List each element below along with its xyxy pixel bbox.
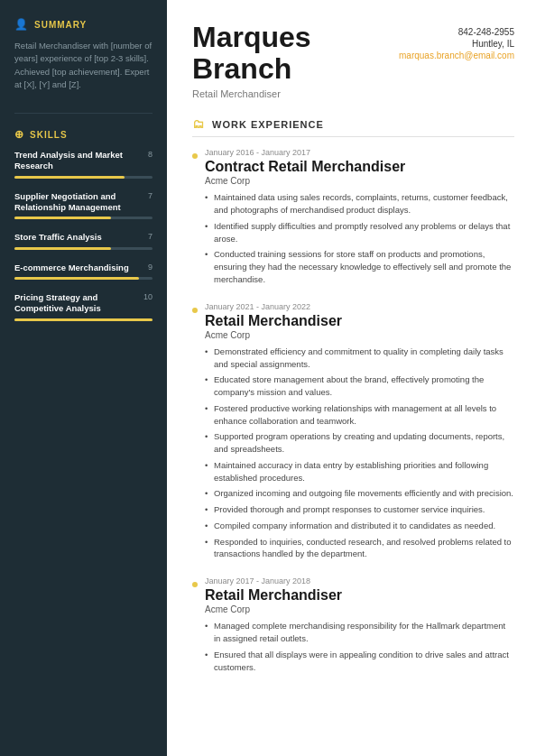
bullet-item: Conducted training sessions for store st…	[205, 248, 514, 285]
job-title-header: Retail Merchandiser	[192, 88, 311, 99]
contact-block: 842-248-2955 Huntley, IL marquas.branch@…	[399, 22, 514, 60]
email-address: marquas.branch@email.com	[399, 51, 514, 60]
skill-score: 7	[148, 232, 152, 241]
job-date: January 2017 - January 2018	[205, 576, 514, 585]
skill-bar-fill	[14, 277, 139, 280]
bullet-item: Supported program operations by creating…	[205, 430, 514, 456]
job-entry: January 2017 - January 2018 Retail Merch…	[192, 576, 514, 673]
jobs-list: January 2016 - January 2017 Contract Ret…	[192, 148, 514, 673]
job-bullets-list: Managed complete merchandising responsib…	[205, 620, 514, 673]
work-experience-title: WORK EXPERIENCE	[212, 119, 324, 130]
skill-item: Supplier Negotiation and Relationship Ma…	[14, 191, 152, 220]
candidate-name: Marques Branch	[192, 22, 311, 85]
skill-bar-fill	[14, 217, 111, 219]
skills-section-header: ⊕ SKILLS	[14, 128, 152, 141]
summary-text: Retail Merchandiser with [number of year…	[14, 40, 152, 91]
skills-title: SKILLS	[30, 130, 68, 140]
location: Huntley, IL	[399, 39, 514, 49]
skill-bar-bg	[14, 176, 152, 179]
bullet-item: Organized incoming and outgoing file mov…	[205, 487, 514, 500]
skill-score: 8	[148, 150, 152, 159]
job-company: Acme Corp	[205, 604, 514, 614]
bullet-item: Identified supply difficulties and promp…	[205, 220, 514, 245]
job-date: January 2021 - January 2022	[205, 302, 514, 311]
job-title: Retail Merchandiser	[205, 313, 514, 329]
skill-bar-bg	[14, 217, 152, 219]
skill-score: 7	[148, 191, 152, 200]
summary-section-header: 👤 SUMMARY	[14, 18, 152, 31]
skill-item: E-commerce Merchandising 9	[14, 263, 152, 280]
bullet-item: Educated store management about the bran…	[205, 373, 514, 399]
skill-item: Pricing Strategy and Competitive Analysi…	[14, 292, 152, 321]
bullet-item: Provided thorough and prompt responses t…	[205, 503, 514, 516]
main-content: Marques Branch Retail Merchandiser 842-2…	[167, 0, 536, 756]
briefcase-icon: 🗂	[192, 117, 205, 131]
skill-name: Pricing Strategy and Competitive Analysi…	[14, 292, 138, 315]
skill-name: Supplier Negotiation and Relationship Ma…	[14, 191, 143, 214]
bullet-item: Responded to inquiries, conducted resear…	[205, 536, 514, 561]
bullet-item: Fostered productive working relationship…	[205, 402, 514, 428]
job-entry: January 2021 - January 2022 Retail Merch…	[192, 302, 514, 560]
job-company: Acme Corp	[205, 176, 514, 186]
skill-bar-bg	[14, 247, 152, 250]
name-block: Marques Branch Retail Merchandiser	[192, 22, 311, 99]
job-bullets-list: Demonstrated efficiency and commitment t…	[205, 346, 514, 560]
skill-score: 9	[148, 263, 152, 272]
sidebar-divider	[14, 113, 152, 114]
skill-score: 10	[143, 292, 152, 301]
sidebar: 👤 SUMMARY Retail Merchandiser with [numb…	[0, 0, 167, 756]
bullet-item: Maintained data using sales records, com…	[205, 191, 514, 217]
bullet-item: Demonstrated efficiency and commitment t…	[205, 346, 514, 371]
skill-bar-bg	[14, 277, 152, 280]
bullet-item: Managed complete merchandising responsib…	[205, 620, 514, 645]
job-date: January 2016 - January 2017	[205, 148, 514, 157]
job-bullets-list: Maintained data using sales records, com…	[205, 191, 514, 285]
skills-icon: ⊕	[14, 128, 24, 141]
job-company: Acme Corp	[205, 330, 514, 340]
skill-bar-bg	[14, 318, 152, 321]
bullet-item: Ensured that all displays were in appeal…	[205, 649, 514, 674]
skill-bar-fill	[14, 247, 111, 250]
skill-bar-fill	[14, 318, 152, 321]
skill-name: Trend Analysis and Market Research	[14, 150, 143, 172]
job-title: Retail Merchandiser	[205, 587, 514, 604]
person-icon: 👤	[14, 18, 29, 31]
skills-list: Trend Analysis and Market Research 8 Sup…	[14, 150, 152, 321]
summary-title: SUMMARY	[34, 20, 87, 30]
skill-name: E-commerce Merchandising	[14, 263, 143, 273]
bullet-item: Maintained accuracy in data entry by est…	[205, 459, 514, 484]
bullet-item: Compiled company information and distrib…	[205, 520, 514, 532]
skill-item: Store Traffic Analysis 7	[14, 232, 152, 249]
resume-header: Marques Branch Retail Merchandiser 842-2…	[192, 22, 514, 99]
job-title: Contract Retail Merchandiser	[205, 159, 514, 175]
skill-item: Trend Analysis and Market Research 8	[14, 150, 152, 179]
work-experience-header: 🗂 WORK EXPERIENCE	[192, 117, 514, 137]
job-entry: January 2016 - January 2017 Contract Ret…	[192, 148, 514, 285]
skill-bar-fill	[14, 176, 125, 179]
phone-number: 842-248-2955	[399, 27, 514, 37]
skill-name: Store Traffic Analysis	[14, 232, 143, 243]
